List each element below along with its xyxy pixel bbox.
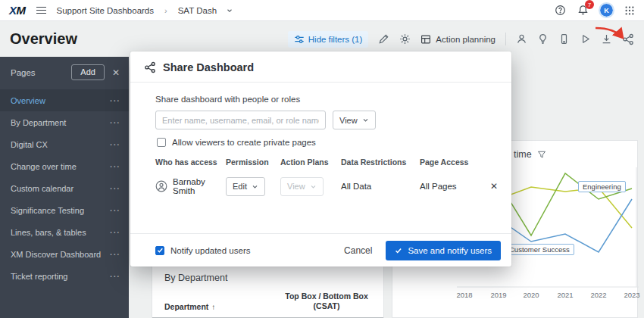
col-action-plans: Action Plans — [280, 157, 341, 167]
settings-gear-icon[interactable] — [399, 33, 411, 45]
share-icon[interactable] — [622, 33, 634, 45]
action-planning-button[interactable]: Action planning — [420, 34, 496, 45]
save-and-notify-button[interactable]: Save and notify users — [386, 241, 501, 260]
app-grid-icon[interactable] — [624, 5, 635, 16]
hamburger-menu-icon[interactable] — [35, 5, 48, 16]
user-name: Barnaby Smith — [173, 177, 226, 195]
edit-pencil-icon[interactable] — [378, 33, 389, 45]
sort-ascending-icon: ↑ — [211, 303, 215, 311]
pages-list: Overview ··· By Department ··· Digital C… — [0, 89, 129, 287]
access-table-row: Barnaby Smith Edit View All Data All Pag… — [155, 173, 501, 200]
legend-chip-customer-success[interactable]: Customer Success — [505, 244, 574, 255]
breadcrumb-current[interactable]: SAT Dash — [178, 6, 217, 15]
item-overflow-icon[interactable]: ··· — [110, 96, 120, 105]
share-dashboard-modal: Share Dashboard Share dashboard with peo… — [130, 51, 511, 267]
col-page-access: Page Access — [420, 157, 489, 167]
action-plans-dropdown: View — [280, 177, 324, 196]
item-overflow-icon[interactable]: ··· — [110, 184, 120, 193]
close-sidebar-icon[interactable]: ✕ — [112, 67, 120, 78]
lightbulb-icon[interactable] — [537, 33, 549, 45]
notifications-bell-icon[interactable]: 7 — [577, 5, 589, 16]
access-table-header: Who has access Permission Action Plans D… — [155, 157, 501, 167]
sidebar-item-custom-calendar[interactable]: Custom calendar ··· — [0, 177, 129, 199]
sidebar-item-ticket-reporting[interactable]: Ticket reporting ··· — [0, 265, 129, 287]
item-overflow-icon[interactable]: ··· — [110, 118, 120, 127]
item-overflow-icon[interactable]: ··· — [110, 250, 120, 259]
hide-filters-button[interactable]: Hide filters (1) — [288, 31, 369, 48]
help-icon[interactable] — [555, 5, 566, 16]
page-access-value[interactable]: All Pages — [420, 182, 489, 191]
data-restrictions-value[interactable]: All Data — [341, 182, 420, 191]
sidebar-item-label: Change over time — [11, 162, 77, 171]
user-avatar[interactable]: K — [600, 4, 613, 17]
filter-tune-icon — [294, 34, 305, 45]
widget-title: By Department — [152, 264, 383, 290]
permission-view-dropdown[interactable]: View — [333, 111, 376, 129]
sidebar-item-lines-bars-tables[interactable]: Lines, bars, & tables ··· — [0, 221, 129, 243]
item-overflow-icon[interactable]: ··· — [110, 272, 120, 281]
widget-filter-funnel-icon[interactable] — [537, 150, 546, 159]
sidebar-item-change-over-time[interactable]: Change over time ··· — [0, 155, 129, 177]
item-overflow-icon[interactable]: ··· — [110, 228, 120, 237]
top-navigation-bar: XM Support Site Dashboards › SAT Dash 7 … — [0, 0, 644, 21]
sidebar-item-significance-testing[interactable]: Significance Testing ··· — [0, 199, 129, 221]
col-data-restrictions: Data Restrictions — [341, 157, 420, 167]
allow-private-pages-label: Allow viewers to create private pages — [172, 138, 316, 147]
dashboard-toolbar: Hide filters (1) Action planning — [288, 31, 634, 48]
sidebar-item-xm-discover-dashboard[interactable]: XM Discover Dashboard ··· — [0, 243, 129, 265]
sidebar-item-label: Lines, bars, & tables — [11, 228, 86, 237]
department-column-header[interactable]: Department ↑ — [164, 302, 215, 311]
sidebar-item-label: By Department — [11, 118, 66, 127]
person-avatar-icon — [155, 180, 167, 192]
notify-users-label: Notify updated users — [170, 246, 250, 255]
permission-dropdown[interactable]: Edit — [226, 177, 265, 196]
sidebar-item-label: Digital CX — [11, 140, 48, 149]
legend-chip-engineering[interactable]: Engineering — [578, 181, 626, 192]
toolbar-divider — [505, 33, 506, 45]
breadcrumb-section[interactable]: Support Site Dashboards — [57, 6, 155, 15]
sidebar-item-overview[interactable]: Overview ··· — [0, 89, 129, 111]
x-axis-tick: 2019 — [489, 291, 508, 299]
notification-badge: 7 — [585, 0, 594, 9]
user-session-icon[interactable] — [516, 33, 527, 45]
item-overflow-icon[interactable]: ··· — [110, 140, 120, 149]
play-icon[interactable] — [580, 33, 591, 45]
item-overflow-icon[interactable]: ··· — [110, 162, 120, 171]
x-axis-tick: 2020 — [521, 291, 541, 299]
chevron-down-icon[interactable] — [226, 7, 233, 14]
sidebar-item-label: XM Discover Dashboard — [11, 250, 101, 259]
x-axis-tick: 2021 — [555, 291, 575, 299]
allow-private-pages-checkbox[interactable] — [157, 138, 166, 147]
sidebar-item-label: Custom calendar — [11, 184, 73, 193]
notify-users-checkbox[interactable] — [155, 246, 164, 255]
sidebar-item-label: Significance Testing — [11, 206, 84, 215]
download-icon[interactable] — [601, 33, 612, 45]
share-user-input[interactable] — [155, 111, 326, 129]
sidebar-item-by-department[interactable]: By Department ··· — [0, 111, 129, 133]
remove-user-icon[interactable]: ✕ — [490, 181, 498, 192]
cancel-button[interactable]: Cancel — [344, 245, 372, 256]
x-axis-labels: 2018 2019 2020 2021 2022 2023 — [392, 291, 639, 301]
page-title: Overview — [10, 30, 77, 48]
col-who-has-access: Who has access — [155, 157, 226, 167]
x-axis-tick: 2018 — [455, 291, 474, 299]
pages-sidebar: Pages Add ✕ Overview ··· By Department ·… — [0, 57, 129, 318]
modal-title: Share Dashboard — [163, 61, 254, 73]
col-permission: Permission — [226, 157, 280, 167]
share-with-label: Share dashboard with people or roles — [155, 95, 501, 104]
by-department-widget: By Department Department ↑ Top Box / Bot… — [152, 263, 384, 318]
sidebar-item-label: Ticket reporting — [11, 272, 67, 281]
mobile-preview-icon[interactable] — [558, 33, 570, 45]
sidebar-title: Pages — [11, 68, 71, 77]
add-page-button[interactable]: Add — [71, 64, 105, 80]
csat-column-header[interactable]: Top Box / Bottom Box (CSAT) — [282, 292, 371, 311]
action-planning-icon — [420, 34, 431, 45]
xm-logo: XM — [9, 4, 26, 17]
x-axis-tick: 2022 — [589, 291, 608, 299]
breadcrumb-separator: › — [164, 6, 167, 15]
sidebar-item-digital-cx[interactable]: Digital CX ··· — [0, 133, 129, 155]
share-icon — [144, 61, 156, 73]
x-axis-tick: 2023 — [622, 291, 642, 299]
sidebar-item-label: Overview — [11, 96, 45, 105]
item-overflow-icon[interactable]: ··· — [110, 206, 120, 215]
